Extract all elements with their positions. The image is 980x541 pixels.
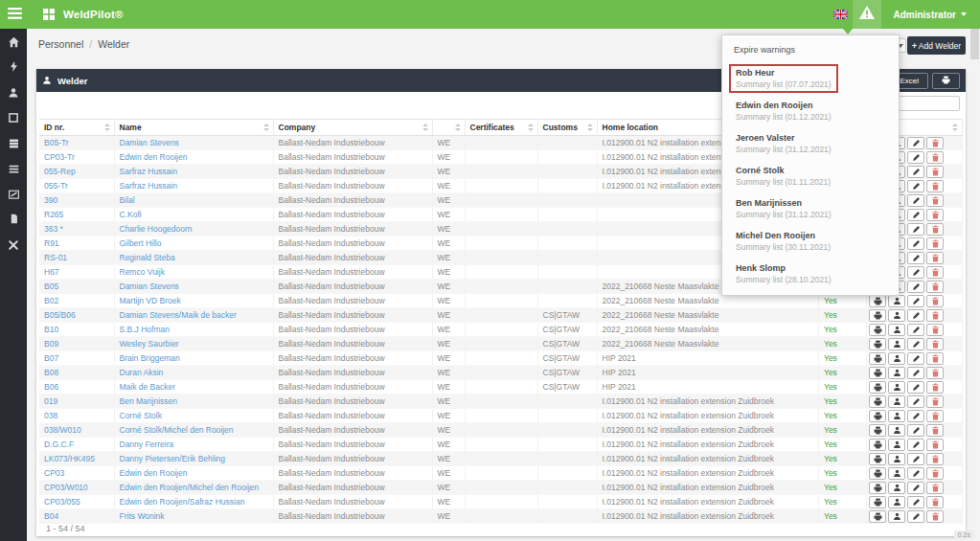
- expire-warning-item[interactable]: Rob HeurSummary list (07.07.2021): [722, 63, 899, 96]
- welder-id-link[interactable]: B05-Tr: [44, 138, 69, 147]
- delete-button[interactable]: [926, 223, 944, 236]
- print-button[interactable]: [869, 410, 886, 422]
- edit-button[interactable]: [907, 237, 924, 250]
- welder-name-link[interactable]: Reginald Steba: [120, 253, 175, 262]
- profile-button[interactable]: [888, 381, 905, 394]
- user-menu[interactable]: Administrator: [881, 10, 980, 20]
- column-header-name[interactable]: Name: [114, 120, 273, 136]
- profile-button[interactable]: [888, 352, 905, 365]
- column-header-company[interactable]: Company: [273, 120, 432, 136]
- delete-button[interactable]: [926, 410, 944, 422]
- profile-button[interactable]: [888, 395, 905, 408]
- welder-id-link[interactable]: 390: [44, 195, 57, 205]
- expire-warning-item[interactable]: Michel Den RooijenSummary list (30.11.20…: [722, 226, 899, 259]
- sort-icon[interactable]: [587, 124, 594, 132]
- edit-button[interactable]: [907, 266, 924, 279]
- welder-id-link[interactable]: 019: [44, 396, 57, 406]
- delete-button[interactable]: [926, 281, 944, 293]
- welder-id-link[interactable]: B05/B06: [44, 310, 76, 320]
- edit-button[interactable]: [907, 137, 924, 149]
- delete-button[interactable]: [926, 381, 944, 394]
- delete-button[interactable]: [926, 309, 944, 322]
- welder-name-link[interactable]: Edwin den Rooijen: [120, 468, 188, 478]
- sidebar-item-document[interactable]: [0, 214, 27, 227]
- welder-name-link[interactable]: Damian Stevens: [120, 138, 179, 147]
- column-header-code[interactable]: [432, 120, 465, 136]
- delete-button[interactable]: [926, 266, 944, 279]
- welder-id-link[interactable]: CP03: [44, 468, 64, 478]
- welder-name-link[interactable]: Bilal: [120, 195, 135, 205]
- edit-button[interactable]: [907, 424, 924, 437]
- edit-button[interactable]: [907, 252, 924, 264]
- welder-name-link[interactable]: Damian Stevens: [120, 282, 179, 291]
- edit-button[interactable]: [907, 482, 924, 494]
- expire-warning-item[interactable]: Henk SlompSummary list (28.10.2021): [722, 259, 899, 291]
- delete-button[interactable]: [926, 137, 944, 149]
- print-button[interactable]: [869, 338, 886, 350]
- print-button[interactable]: [869, 295, 886, 307]
- edit-button[interactable]: [907, 295, 924, 307]
- welder-name-link[interactable]: Edwin den Rooijen: [120, 152, 188, 162]
- add-welder-button[interactable]: +Add Welder: [907, 36, 966, 55]
- delete-button[interactable]: [926, 338, 944, 350]
- welder-name-link[interactable]: Edwin den Rooijen/Michel den Rooijen: [120, 483, 260, 492]
- edit-button[interactable]: [907, 381, 924, 394]
- sidebar-item-home[interactable]: [0, 36, 27, 49]
- delete-button[interactable]: [926, 496, 944, 508]
- sidebar-item-chart[interactable]: [0, 189, 27, 201]
- print-button[interactable]: [869, 395, 886, 408]
- sidebar-item-user[interactable]: [0, 87, 27, 100]
- profile-button[interactable]: [888, 467, 905, 480]
- profile-button[interactable]: [888, 424, 905, 437]
- edit-button[interactable]: [907, 467, 924, 480]
- delete-button[interactable]: [926, 324, 944, 336]
- delete-button[interactable]: [926, 194, 944, 207]
- expire-warning-item[interactable]: Corné StolkSummary list (01.11.2021): [722, 161, 899, 193]
- print-button[interactable]: [869, 510, 886, 523]
- welder-id-link[interactable]: CP03/W010: [44, 483, 88, 492]
- edit-button[interactable]: [907, 223, 924, 236]
- edit-button[interactable]: [907, 180, 924, 192]
- delete-button[interactable]: [926, 166, 944, 178]
- welder-name-link[interactable]: Edwin den Rooijen/Safraz Hussian: [120, 497, 245, 507]
- sidebar-item-list[interactable]: [0, 164, 27, 176]
- column-header-customs[interactable]: Customs: [537, 120, 597, 136]
- welder-id-link[interactable]: RS-01: [44, 253, 67, 262]
- welder-id-link[interactable]: R265: [44, 210, 63, 219]
- welder-id-link[interactable]: H67: [44, 267, 59, 277]
- welder-id-link[interactable]: B07: [44, 353, 58, 363]
- welder-name-link[interactable]: Corné Stolk/Michel den Rooijen: [120, 425, 234, 435]
- breadcrumb-item-personnel[interactable]: Personnel: [38, 38, 83, 50]
- sidebar-item-frame[interactable]: [0, 113, 27, 125]
- edit-button[interactable]: [907, 352, 924, 365]
- welder-name-link[interactable]: Corné Stolk: [120, 411, 162, 420]
- welder-id-link[interactable]: B06: [44, 382, 58, 392]
- expire-warnings-button[interactable]: [853, 0, 881, 29]
- delete-button[interactable]: [926, 352, 944, 365]
- delete-button[interactable]: [926, 439, 944, 451]
- edit-button[interactable]: [907, 166, 924, 178]
- profile-button[interactable]: [888, 367, 905, 379]
- print-button[interactable]: [869, 496, 886, 508]
- profile-button[interactable]: [888, 295, 905, 307]
- apps-grid-icon[interactable]: [36, 0, 61, 29]
- print-button[interactable]: [869, 309, 886, 322]
- print-button[interactable]: [869, 367, 886, 379]
- welder-id-link[interactable]: B02: [44, 296, 58, 305]
- delete-button[interactable]: [926, 237, 944, 250]
- edit-button[interactable]: [907, 496, 924, 508]
- sidebar-item-stack[interactable]: [0, 138, 27, 150]
- welder-id-link[interactable]: B04: [44, 511, 58, 521]
- export-print-button[interactable]: [932, 73, 960, 89]
- column-header-id[interactable]: ID nr.: [39, 120, 114, 136]
- sort-icon[interactable]: [952, 124, 959, 132]
- welder-name-link[interactable]: Gilbert Hillo: [120, 238, 162, 248]
- edit-button[interactable]: [907, 309, 924, 322]
- expire-warning-item[interactable]: Ben MarijnissenSummary list (31.12.2021): [722, 193, 899, 226]
- edit-button[interactable]: [907, 439, 924, 451]
- column-header-certificates[interactable]: Certificates: [465, 120, 537, 136]
- edit-button[interactable]: [907, 209, 924, 221]
- expire-warning-item[interactable]: Edwin den RooijenSummary list (01.12.202…: [722, 96, 899, 128]
- welder-name-link[interactable]: Duran Aksin: [120, 368, 164, 377]
- welder-id-link[interactable]: B09: [44, 339, 58, 349]
